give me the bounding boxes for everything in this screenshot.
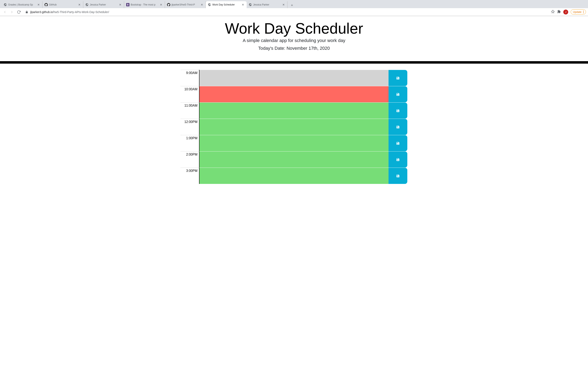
tab-close-icon[interactable]: ✕ [200,3,204,6]
toolbar-actions: J Update [551,9,586,15]
hour-label: 11:00AM [181,102,199,119]
event-input[interactable] [199,135,389,151]
hour-label: 10:00AM [181,86,199,102]
save-button[interactable] [389,102,407,119]
time-block: 9:00AM [181,70,407,86]
event-input[interactable] [199,167,389,184]
forward-button[interactable] [9,9,15,15]
save-button[interactable] [389,151,407,167]
back-button[interactable] [2,9,8,15]
update-button[interactable]: Update [571,9,586,15]
tab-close-icon[interactable]: ✕ [241,3,245,6]
time-block: 1:00PM [181,135,407,151]
tab-close-icon[interactable]: ✕ [37,3,40,6]
time-block: 12:00PM [181,119,407,135]
browser-tab[interactable]: Work Day Scheduler✕ [206,1,247,8]
header-divider [0,61,588,64]
event-input[interactable] [199,86,389,102]
reload-button[interactable] [16,9,22,15]
header-jumbotron: Work Day Scheduler A simple calendar app… [0,16,588,61]
tab-title: GitHub [49,3,77,6]
save-icon [396,142,400,145]
browser-chrome: Grades | Bootcamp Sp✕GitHub✕Jessica Park… [0,0,588,16]
tab-title: Jessica Parker [90,3,117,6]
schedule-container: 9:00AM10:00AM11:00AM12:00PM1:00PM2:00PM3… [178,70,410,184]
profile-avatar[interactable]: J [563,9,568,15]
tab-title: Grades | Bootcamp Sp [8,3,36,6]
hour-label: 9:00AM [181,70,199,86]
tab-favicon [4,3,7,6]
browser-toolbar: jlparker3.github.io/hw5-Third-Party-APIs… [0,8,588,16]
time-block: 10:00AM [181,86,407,102]
tab-close-icon[interactable]: ✕ [119,3,122,6]
tab-title: jlparker3/hw5-Third-P [172,3,199,6]
tab-favicon [167,3,170,6]
event-input[interactable] [199,151,389,167]
lock-icon [25,11,28,13]
page-content: Work Day Scheduler A simple calendar app… [0,16,588,184]
address-bar[interactable]: jlparker3.github.io/hw5-Third-Party-APIs… [23,9,550,15]
browser-tab[interactable]: Jessica Parker✕ [247,1,287,8]
browser-tab[interactable]: Jessica Parker✕ [83,1,124,8]
save-button[interactable] [389,70,407,86]
save-button[interactable] [389,86,407,102]
save-button[interactable] [389,119,407,135]
tab-favicon [249,3,252,6]
url-text: jlparker3.github.io/hw5-Third-Party-APIs… [30,10,109,14]
browser-tab[interactable]: jlparker3/hw5-Third-P✕ [165,1,206,8]
event-input[interactable] [199,70,389,86]
tab-close-icon[interactable]: ✕ [159,3,163,6]
time-block: 2:00PM [181,151,407,167]
save-icon [396,76,400,80]
save-button[interactable] [389,135,407,151]
time-block: 3:00PM [181,167,407,184]
event-input[interactable] [199,102,389,119]
hour-label: 3:00PM [181,167,199,184]
save-icon [396,158,400,161]
tab-favicon [208,3,211,6]
hour-label: 1:00PM [181,135,199,151]
star-icon[interactable] [551,10,555,14]
save-icon [396,125,400,129]
tab-title: Work Day Scheduler [212,3,240,6]
tab-close-icon[interactable]: ✕ [282,3,285,6]
page-lead: A simple calendar app for scheduling you… [4,38,584,43]
hour-label: 2:00PM [181,151,199,167]
browser-tab[interactable]: GitHub✕ [43,1,83,8]
tab-title: Bootstrap · The most p [131,3,158,6]
svg-marker-0 [552,10,554,13]
save-icon [396,92,400,96]
menu-dots-icon [583,11,584,13]
time-block: 11:00AM [181,102,407,119]
tab-close-icon[interactable]: ✕ [78,3,81,6]
tab-favicon [85,3,89,6]
save-icon [396,174,400,178]
save-button[interactable] [389,167,407,184]
update-label: Update [573,10,581,13]
save-icon [396,109,400,113]
tab-favicon: B [126,3,130,6]
browser-tab[interactable]: Grades | Bootcamp Sp✕ [2,1,43,8]
new-tab-button[interactable]: + [289,2,295,8]
extensions-icon[interactable] [557,10,561,14]
event-input[interactable] [199,119,389,135]
tab-bar: Grades | Bootcamp Sp✕GitHub✕Jessica Park… [0,0,588,8]
tab-title: Jessica Parker [253,3,281,6]
browser-tab[interactable]: BBootstrap · The most p✕ [124,1,165,8]
page-title: Work Day Scheduler [4,20,584,37]
hour-label: 12:00PM [181,119,199,135]
current-date: Today's Date: November 17th, 2020 [4,46,584,51]
tab-favicon [44,3,48,6]
